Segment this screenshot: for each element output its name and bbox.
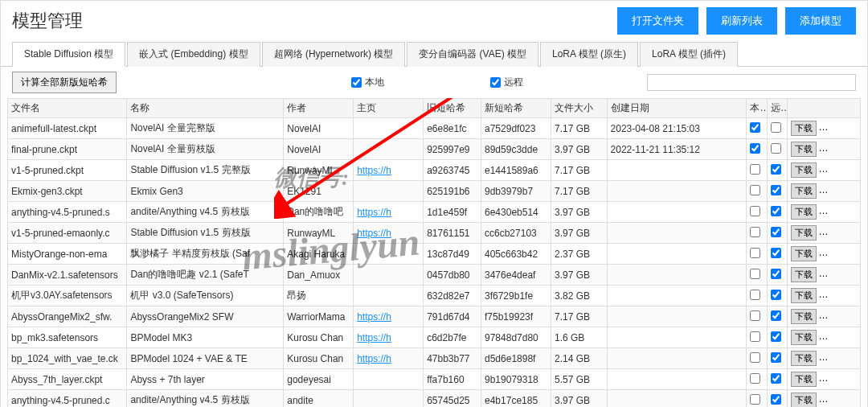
col-name[interactable]: 名称 [127, 99, 284, 118]
col-size[interactable]: 文件大小 [551, 99, 607, 118]
local-check[interactable] [750, 122, 760, 133]
download-button[interactable]: 下载 [791, 162, 817, 178]
local-check[interactable] [750, 310, 760, 321]
remote-check[interactable] [771, 227, 781, 237]
tab-lora-native[interactable]: LoRA 模型 (原生) [540, 42, 638, 67]
download-button[interactable]: 下载 [791, 225, 817, 240]
download-button[interactable]: 下载 [791, 246, 817, 261]
tab-hypernetwork[interactable]: 超网络 (Hypernetwork) 模型 [262, 42, 406, 67]
table-row[interactable]: bp_1024_with_vae_te.ckBPModel 1024 + VAE… [8, 348, 861, 369]
cell-name: AbyssOrangeMix2 SFW [127, 306, 284, 327]
search-input[interactable] [647, 74, 856, 91]
table-row[interactable]: anything-v4.5-pruned.sandite/Anything v4… [8, 202, 861, 223]
download-button[interactable]: 下载 [791, 288, 817, 303]
remote-check[interactable] [771, 185, 781, 195]
open-folder-button[interactable]: 打开文件夹 [617, 7, 698, 35]
local-check[interactable] [750, 185, 760, 195]
local-check[interactable] [750, 227, 760, 237]
local-check[interactable] [750, 206, 760, 216]
remote-check[interactable] [771, 394, 781, 405]
cell-newhash: e4b17ce185 [481, 390, 551, 408]
download-button[interactable]: 下载 [791, 204, 817, 220]
download-button[interactable]: 下载 [791, 351, 817, 366]
cell-page: https://h [354, 160, 424, 181]
table-row[interactable]: Ekmix-gen3.ckptEkmix Gen3EK1291625191b69… [8, 181, 861, 202]
cell-filename: anything-v4.5-pruned.c [8, 390, 127, 408]
remote-check[interactable] [771, 373, 781, 384]
table-row[interactable]: Abyss_7th_layer.ckptAbyss + 7th layergod… [8, 369, 861, 390]
local-check[interactable] [750, 331, 760, 342]
download-button[interactable]: 下载 [791, 121, 817, 136]
remote-check[interactable] [771, 290, 781, 300]
remote-check[interactable] [771, 248, 781, 258]
download-button[interactable]: 下载 [791, 372, 817, 387]
remote-check[interactable] [771, 143, 781, 154]
add-model-button[interactable]: 添加模型 [785, 7, 856, 35]
col-author[interactable]: 作者 [284, 99, 354, 118]
cell-actions: 下载复制链接 [788, 348, 861, 369]
tab-vae[interactable]: 变分自编码器 (VAE) 模型 [407, 42, 538, 67]
table-row[interactable]: bp_mk3.safetensorsBPModel MK3Kurosu Chan… [8, 327, 861, 348]
download-button[interactable]: 下载 [791, 267, 817, 282]
table-row[interactable]: 机甲v3.0AY.safetensors机甲 v3.0 (SafeTensors… [8, 286, 861, 306]
cell-actions: 下载复制链接 [788, 327, 861, 348]
table-row[interactable]: final-prune.ckptNovelAI 全量剪枝版NovelAI9259… [8, 139, 861, 160]
page-link[interactable]: https://h [357, 165, 391, 176]
col-page[interactable]: 主页 [354, 99, 424, 118]
table-row[interactable]: v1-5-pruned.ckptStable Diffusion v1.5 完整… [8, 160, 861, 181]
remote-check[interactable] [771, 310, 781, 321]
cell-date [607, 327, 747, 348]
table-row[interactable]: animefull-latest.ckptNovelAI 全量完整版NovelA… [8, 118, 861, 139]
page-link[interactable]: https://h [357, 353, 391, 364]
local-checkbox[interactable] [351, 77, 362, 88]
remote-checkbox[interactable] [490, 77, 501, 88]
remote-check[interactable] [771, 164, 781, 175]
table-row[interactable]: DanMix-v2.1.safetensorsDan的噜噜吧趣 v2.1 (Sa… [8, 265, 861, 286]
download-button[interactable]: 下载 [791, 309, 817, 324]
cell-name: Abyss + 7th layer [127, 369, 284, 390]
remote-check[interactable] [771, 206, 781, 216]
cell-oldhash: 1d1e459f [424, 202, 481, 223]
download-button[interactable]: 下载 [791, 183, 817, 199]
tab-embedding[interactable]: 嵌入式 (Embedding) 模型 [127, 42, 260, 67]
cell-local [747, 369, 768, 390]
table-row[interactable]: AbyssOrangeMix2_sfw.AbyssOrangeMix2 SFWW… [8, 306, 861, 327]
page-link[interactable]: https://h [357, 332, 391, 343]
local-check[interactable] [750, 394, 760, 405]
col-filename[interactable]: 文件名 [8, 99, 127, 118]
local-check[interactable] [750, 248, 760, 258]
remote-check[interactable] [771, 331, 781, 342]
local-check[interactable] [750, 373, 760, 384]
calc-hash-button[interactable]: 计算全部新版短哈希 [12, 72, 117, 93]
local-check[interactable] [750, 290, 760, 300]
local-check[interactable] [750, 269, 760, 279]
cell-date: 2023-04-08 21:15:03 [607, 118, 747, 139]
tab-stable-diffusion[interactable]: Stable Diffusion 模型 [12, 42, 125, 67]
refresh-button[interactable]: 刷新列表 [706, 7, 777, 35]
col-newhash[interactable]: 新短哈希 [481, 99, 551, 118]
download-button[interactable]: 下载 [791, 142, 817, 157]
col-date[interactable]: 创建日期 [607, 99, 747, 118]
download-button[interactable]: 下载 [791, 393, 817, 407]
local-check[interactable] [750, 352, 760, 363]
table-row[interactable]: anything-v4.5-pruned.candite/Anything v4… [8, 390, 861, 408]
download-button[interactable]: 下载 [791, 330, 817, 345]
remote-check[interactable] [771, 269, 781, 279]
remote-check[interactable] [771, 352, 781, 363]
remote-check[interactable] [771, 122, 781, 133]
col-remote[interactable]: 远程 [767, 99, 788, 118]
page-link[interactable]: https://h [357, 311, 391, 323]
page-link[interactable]: https://h [357, 207, 391, 218]
table-row[interactable]: v1-5-pruned-emaonly.cStable Diffusion v1… [8, 223, 861, 244]
table-row[interactable]: MistyOrange-non-ema飘渺橘子 半精度剪枝版 (SafAkagi… [8, 244, 861, 265]
col-local[interactable]: 本地 [747, 99, 768, 118]
local-check[interactable] [750, 164, 760, 175]
col-oldhash[interactable]: 旧短哈希 [424, 99, 481, 118]
cell-name: andite/Anything v4.5 剪枝版 [127, 390, 284, 408]
cell-author: Kurosu Chan [284, 348, 354, 369]
cell-oldhash: 13c87d49 [424, 244, 481, 265]
cell-newhash: a7529df023 [481, 118, 551, 139]
tab-lora-plugin[interactable]: LoRA 模型 (插件) [640, 42, 738, 67]
page-link[interactable]: https://h [357, 228, 391, 239]
local-check[interactable] [750, 143, 760, 154]
